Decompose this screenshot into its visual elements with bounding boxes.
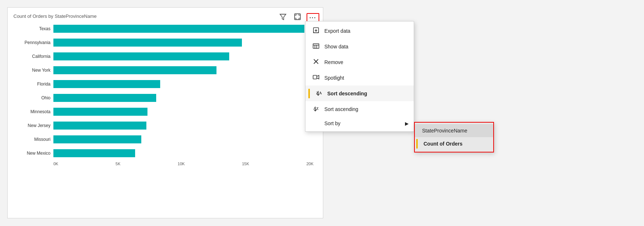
sort-desc-icon: Z A (315, 89, 323, 98)
main-container: ··· Count of Orders by StateProvinceName… (0, 0, 644, 226)
menu-item-label: Sort descending (327, 91, 367, 96)
bar-row: New Mexico (13, 147, 317, 159)
bar-bg (53, 108, 317, 116)
x-axis-label: 10K (178, 162, 185, 166)
bar-bg (53, 122, 317, 130)
svg-rect-3 (313, 44, 319, 48)
remove-icon (312, 58, 320, 66)
bar-fill (53, 94, 156, 102)
bar-label: Florida (13, 82, 53, 87)
bar-bg (53, 94, 317, 102)
yellow-bar (416, 139, 418, 148)
focus-icon[interactable] (292, 11, 303, 24)
x-axis-label: 0K (53, 162, 58, 166)
bar-label: New Mexico (13, 151, 53, 156)
bar-row: Ohio (13, 92, 317, 104)
bar-label: Missouri (13, 137, 53, 142)
bar-fill (53, 135, 141, 143)
bar-bg (53, 39, 317, 47)
bar-label: Minnesota (13, 109, 53, 114)
svg-marker-0 (280, 14, 286, 20)
menu-item-spotlight[interactable]: Spotlight (305, 70, 414, 86)
chart-bars: Texas Pennsylvania California New York F… (13, 23, 317, 159)
bar-row: California (13, 50, 317, 63)
bar-bg (53, 66, 317, 74)
bar-label: Pennsylvania (13, 40, 53, 45)
bar-label: California (13, 54, 53, 59)
menu-item-label: Sort by (324, 120, 340, 126)
bar-fill (53, 66, 216, 74)
bar-fill (53, 39, 242, 47)
bar-label: New York (13, 68, 53, 73)
submenu-item-label: StateProvinceName (420, 128, 467, 134)
bar-fill (53, 80, 160, 88)
menu-item-sort-by[interactable]: Sort by ▶ (305, 117, 414, 130)
bar-bg (53, 149, 317, 157)
chart-panel: ··· Count of Orders by StateProvinceName… (7, 7, 323, 218)
menu-item-sort-descending[interactable]: Z A Sort descending (305, 86, 414, 101)
menu-item-sort-ascending[interactable]: A Z Sort ascending (305, 101, 414, 117)
bar-fill (53, 52, 229, 60)
x-axis-label: 15K (242, 162, 249, 166)
bar-row: Florida (13, 78, 317, 90)
bar-row: New York (13, 64, 317, 76)
show-data-icon (312, 42, 320, 51)
menu-item-remove[interactable]: Remove (305, 54, 414, 70)
bar-label: Ohio (13, 95, 53, 100)
sort-submenu: StateProvinceName Count of Orders (414, 122, 494, 152)
menu-item-label: Spotlight (324, 75, 344, 81)
x-axis: 0K5K10K15K20K (53, 162, 317, 166)
bar-fill (53, 149, 135, 157)
x-axis-label: 5K (116, 162, 120, 166)
svg-rect-1 (295, 14, 300, 20)
bar-bg (53, 52, 317, 60)
bar-row: Minnesota (13, 106, 317, 118)
menu-item-label: Sort ascending (324, 106, 358, 112)
bar-label: Texas (13, 26, 53, 31)
submenu-item-sort-by-state[interactable]: StateProvinceName (415, 124, 493, 137)
bar-row: Texas (13, 23, 317, 35)
context-menu: Export data Show data Remove Spotlight (305, 21, 414, 132)
filter-icon[interactable] (278, 11, 288, 24)
bar-fill (53, 122, 146, 130)
bar-bg (53, 80, 317, 88)
submenu-item-sort-by-count[interactable]: Count of Orders (415, 137, 493, 150)
bar-fill (53, 108, 147, 116)
bar-bg (53, 135, 317, 143)
spotlight-icon (312, 74, 320, 82)
bar-row: New Jersey (13, 119, 317, 132)
menu-item-label: Remove (324, 59, 343, 65)
bar-row: Pennsylvania (13, 36, 317, 49)
export-icon (312, 27, 320, 35)
yellow-indicator (308, 89, 310, 98)
menu-item-label: Export data (324, 28, 351, 34)
menu-item-show-data[interactable]: Show data (305, 39, 414, 54)
bar-row: Missouri (13, 133, 317, 146)
chart-title: Count of Orders by StateProvinceName (13, 13, 317, 19)
sort-asc-icon: A Z (312, 105, 320, 113)
svg-rect-6 (313, 75, 317, 79)
menu-item-export-data[interactable]: Export data (305, 23, 414, 39)
x-axis-label: 20K (306, 162, 313, 166)
bar-fill (53, 25, 304, 33)
bar-bg (53, 25, 317, 33)
bar-label: New Jersey (13, 123, 53, 128)
submenu-item-label: Count of Orders (420, 141, 462, 147)
menu-item-label: Show data (324, 44, 348, 49)
submenu-arrow: ▶ (405, 121, 409, 126)
